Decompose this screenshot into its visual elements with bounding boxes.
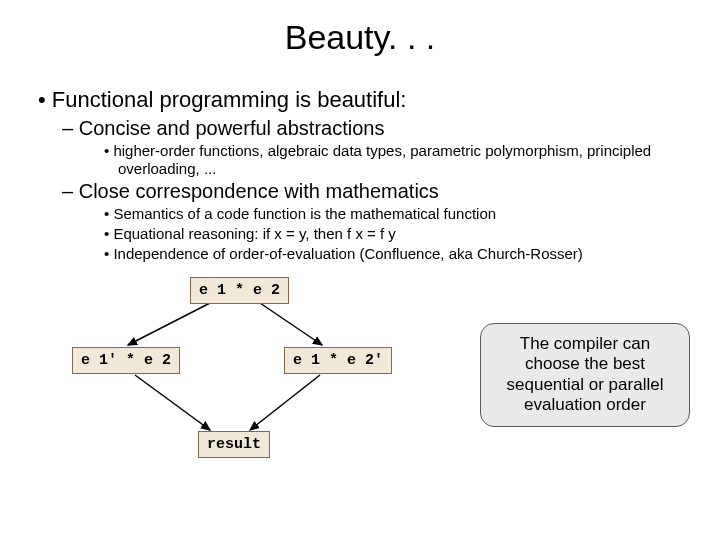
bullet-l2-math: Close correspondence with mathematics xyxy=(38,180,700,203)
slide-title: Beauty. . . xyxy=(0,0,720,87)
confluence-diagram: e 1 * e 2 e 1' * e 2 e 1 * e 2' result T… xyxy=(0,275,720,485)
expr-left: e 1' * e 2 xyxy=(72,347,180,374)
svg-line-3 xyxy=(250,375,320,430)
svg-line-0 xyxy=(128,303,210,345)
bullet-l3-hof: higher-order functions, algebraic data t… xyxy=(38,142,700,178)
svg-line-1 xyxy=(260,303,322,345)
expr-right: e 1 * e 2' xyxy=(284,347,392,374)
bullet-l3-semantics: Semantics of a code function is the math… xyxy=(38,205,700,223)
bullet-l2-abstractions: Concise and powerful abstractions xyxy=(38,117,700,140)
content-area: Functional programming is beautiful: Con… xyxy=(0,87,720,263)
bullet-l3-equational: Equational reasoning: if x = y, then f x… xyxy=(38,225,700,243)
bullet-l3-confluence: Independence of order-of-evaluation (Con… xyxy=(38,245,700,263)
expr-top: e 1 * e 2 xyxy=(190,277,289,304)
svg-line-2 xyxy=(135,375,210,430)
expr-bottom: result xyxy=(198,431,270,458)
bullet-l1: Functional programming is beautiful: xyxy=(52,87,700,113)
callout-box: The compiler can choose the best sequent… xyxy=(480,323,690,427)
